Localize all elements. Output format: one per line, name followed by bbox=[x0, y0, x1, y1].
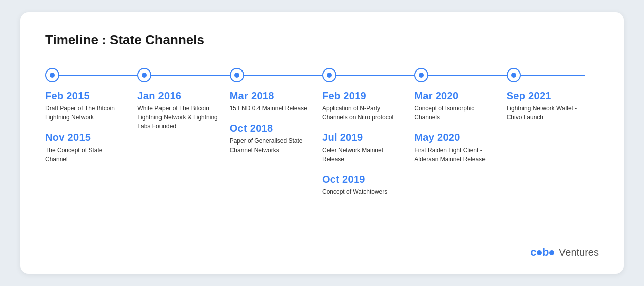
timeline-node-5: Mar 2020Concept of Isomorphic ChannelsMa… bbox=[414, 68, 506, 206]
node-content-6: Sep 2021Lightning Network Wallet - Chivo… bbox=[507, 90, 592, 132]
event-desc-4-2: Celer Network Mainnet Release bbox=[322, 146, 403, 164]
event-date-4-3: Oct 2019 bbox=[322, 174, 403, 185]
event-4-3: Oct 2019Concept of Watchtowers bbox=[322, 174, 403, 196]
event-desc-5-1: Concept of Isomorphic Channels bbox=[414, 104, 495, 122]
event-3-2: Oct 2018Paper of Generalised State Chann… bbox=[230, 123, 310, 155]
node-dot-2 bbox=[137, 68, 151, 82]
event-6-1: Sep 2021Lightning Network Wallet - Chivo… bbox=[507, 90, 587, 122]
node-content-3: Mar 201815 LND 0.4 Mainnet ReleaseOct 20… bbox=[230, 90, 315, 165]
timeline-node-4: Feb 2019Application of N-Party Channels … bbox=[322, 68, 414, 206]
node-content-4: Feb 2019Application of N-Party Channels … bbox=[322, 90, 408, 206]
node-dot-5 bbox=[414, 68, 428, 82]
node-content-2: Jan 2016White Paper of The Bitcoin Light… bbox=[137, 90, 223, 141]
event-5-1: Mar 2020Concept of Isomorphic Channels bbox=[414, 90, 495, 122]
event-date-4-1: Feb 2019 bbox=[322, 90, 403, 102]
event-desc-3-2: Paper of Generalised State Channel Netwo… bbox=[230, 136, 310, 155]
logo-area: cb Ventures bbox=[530, 246, 599, 259]
event-desc-4-1: Application of N-Party Channels on Nitro… bbox=[322, 104, 403, 122]
event-date-2-1: Jan 2016 bbox=[137, 90, 218, 102]
event-3-1: Mar 201815 LND 0.4 Mainnet Release bbox=[230, 90, 310, 113]
timeline-node-3: Mar 201815 LND 0.4 Mainnet ReleaseOct 20… bbox=[230, 68, 322, 206]
event-desc-5-2: First Raiden Light Client - Alderaan Mai… bbox=[414, 146, 495, 164]
timeline-node-2: Jan 2016White Paper of The Bitcoin Light… bbox=[137, 68, 229, 206]
cobo-brand-text: cb bbox=[530, 246, 555, 259]
node-content-1: Feb 2015Draft Paper of The Bitcoin Light… bbox=[45, 90, 131, 174]
node-dot-1 bbox=[45, 68, 59, 82]
event-2-1: Jan 2016White Paper of The Bitcoin Light… bbox=[137, 90, 218, 131]
event-desc-6-1: Lightning Network Wallet - Chivo Launch bbox=[507, 104, 587, 122]
timeline-node-1: Feb 2015Draft Paper of The Bitcoin Light… bbox=[45, 68, 137, 206]
event-4-1: Feb 2019Application of N-Party Channels … bbox=[322, 90, 403, 122]
page-title: Timeline : State Channels bbox=[45, 32, 599, 48]
event-date-3-2: Oct 2018 bbox=[230, 123, 310, 134]
event-desc-2-1: White Paper of The Bitcoin Lightning Net… bbox=[137, 104, 218, 131]
node-dot-6 bbox=[507, 68, 521, 82]
event-desc-4-3: Concept of Watchtowers bbox=[322, 187, 403, 196]
event-date-1-1: Feb 2015 bbox=[45, 90, 126, 102]
event-date-6-1: Sep 2021 bbox=[507, 90, 587, 102]
node-dot-3 bbox=[230, 68, 244, 82]
event-1-2: Nov 2015The Concept of State Channel bbox=[45, 132, 126, 164]
event-desc-1-2: The Concept of State Channel bbox=[45, 146, 126, 164]
timeline-nodes: Feb 2015Draft Paper of The Bitcoin Light… bbox=[45, 68, 599, 206]
event-1-1: Feb 2015Draft Paper of The Bitcoin Light… bbox=[45, 90, 126, 122]
event-date-5-2: May 2020 bbox=[414, 132, 495, 144]
event-4-2: Jul 2019Celer Network Mainnet Release bbox=[322, 132, 403, 164]
event-date-5-1: Mar 2020 bbox=[414, 90, 495, 102]
node-content-5: Mar 2020Concept of Isomorphic ChannelsMa… bbox=[414, 90, 500, 174]
node-dot-4 bbox=[322, 68, 336, 82]
cobo-ventures-text: Ventures bbox=[559, 247, 599, 258]
timeline-node-6: Sep 2021Lightning Network Wallet - Chivo… bbox=[507, 68, 599, 206]
main-card: Timeline : State Channels Feb 2015Draft … bbox=[20, 12, 624, 274]
event-date-4-2: Jul 2019 bbox=[322, 132, 403, 144]
event-5-2: May 2020First Raiden Light Client - Alde… bbox=[414, 132, 495, 164]
event-date-3-1: Mar 2018 bbox=[230, 90, 310, 102]
event-date-1-2: Nov 2015 bbox=[45, 132, 126, 144]
event-desc-3-1: 15 LND 0.4 Mainnet Release bbox=[230, 104, 310, 113]
timeline-wrapper: Feb 2015Draft Paper of The Bitcoin Light… bbox=[45, 68, 599, 206]
event-desc-1-1: Draft Paper of The Bitcoin Lightning Net… bbox=[45, 104, 126, 122]
